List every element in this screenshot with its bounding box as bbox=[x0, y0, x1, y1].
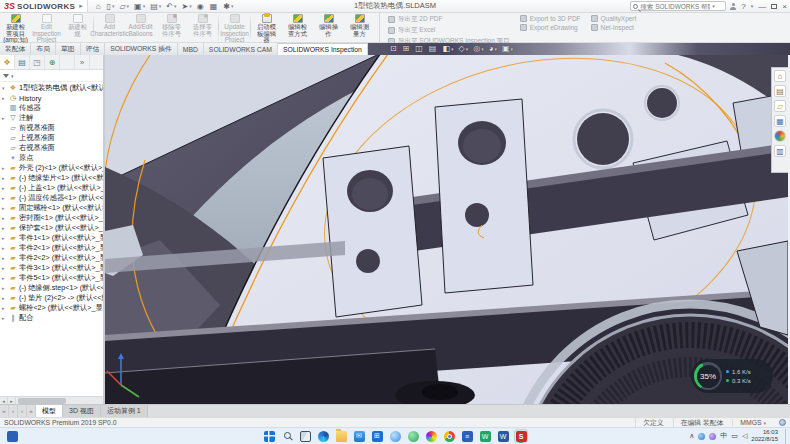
taskbar-app-button[interactable] bbox=[442, 429, 456, 443]
quick-access-button[interactable]: ➤▾ bbox=[179, 1, 193, 12]
tree-node[interactable]: ⌖ 原点 bbox=[0, 153, 103, 163]
commandmanager-tab[interactable]: 草图 bbox=[56, 43, 81, 55]
help-search-box[interactable]: ▾ bbox=[630, 1, 726, 11]
taskbar-app-button[interactable] bbox=[262, 429, 276, 443]
ribbon-button[interactable]: 移除零 件序号 bbox=[156, 13, 187, 42]
document-tab[interactable]: 模型 bbox=[36, 405, 63, 417]
task-pane-icon[interactable]: ▦ bbox=[774, 115, 786, 127]
heads-up-icon[interactable]: ◫ bbox=[415, 44, 424, 54]
featuremanager-tab[interactable]: ⊕ bbox=[45, 55, 60, 69]
task-pane-icon[interactable]: ⌂ bbox=[774, 70, 786, 82]
taskbar-app-button[interactable]: ≡ bbox=[460, 429, 474, 443]
expander-icon[interactable]: ▸ bbox=[2, 305, 7, 311]
help-caret-icon[interactable]: ▾ bbox=[751, 3, 754, 9]
tab-nav-button[interactable]: › bbox=[18, 405, 27, 417]
ribbon-button[interactable]: Edit Inspection Project bbox=[31, 13, 62, 42]
task-pane-icon[interactable]: ▱ bbox=[774, 100, 786, 112]
tree-node[interactable]: ▸ ▰ 零件2<2> (默认<<默认>_显示状态 bbox=[0, 253, 103, 263]
heads-up-icon[interactable]: ◕▾ bbox=[489, 44, 497, 54]
featuremanager-tab[interactable]: ❖ bbox=[0, 55, 15, 69]
tray-blue-icon[interactable] bbox=[698, 433, 705, 440]
help-button[interactable]: ? bbox=[741, 2, 745, 11]
tree-node[interactable]: ▸ ▰ 螺栓<2> (默认<<默认>_显示状态 bbox=[0, 303, 103, 313]
taskbar-app-button[interactable] bbox=[334, 429, 348, 443]
expander-icon[interactable]: ▸ bbox=[2, 315, 7, 321]
task-pane-icon[interactable]: ▥ bbox=[774, 145, 786, 157]
tab-nav-button[interactable]: « bbox=[0, 405, 9, 417]
tab-nav-button[interactable]: ‹ bbox=[9, 405, 18, 417]
document-tab[interactable]: 3D 视图 bbox=[63, 405, 101, 417]
document-tab[interactable]: 运动算例 1 bbox=[101, 405, 148, 417]
close-button[interactable]: × bbox=[782, 2, 787, 11]
taskbar-app-button[interactable] bbox=[406, 429, 420, 443]
heads-up-icon[interactable]: ⊞ bbox=[403, 44, 411, 54]
commandmanager-tab[interactable]: MBD bbox=[178, 43, 204, 55]
status-item[interactable]: MMGS▾ bbox=[732, 419, 773, 426]
expander-icon[interactable]: ▸ bbox=[2, 295, 7, 301]
export-menu-item[interactable]: 导出至 2D PDF bbox=[388, 15, 510, 24]
quick-access-button[interactable]: ✱▾ bbox=[221, 1, 235, 12]
commandmanager-tab[interactable]: SOLIDWORKS Inspection bbox=[278, 43, 368, 55]
expander-icon[interactable]: ▸ bbox=[2, 275, 7, 281]
clock[interactable]: 16:03 2022/8/15 bbox=[751, 429, 778, 443]
search-input[interactable] bbox=[640, 3, 710, 10]
tree-node[interactable]: ▸ ▰ 零件3<1> (默认<<默认>_显示状态 bbox=[0, 263, 103, 273]
quick-access-button[interactable]: ▤▾ bbox=[148, 1, 163, 12]
taskbar-app-button[interactable]: ✉ bbox=[352, 429, 366, 443]
featuremanager-tab[interactable]: ▤ bbox=[15, 55, 30, 69]
taskbar-app-button[interactable] bbox=[316, 429, 330, 443]
ribbon-button[interactable]: Add/Edit Balloons bbox=[125, 13, 156, 42]
tray-purple-icon[interactable] bbox=[709, 433, 716, 440]
tree-node[interactable]: ▱ 前视基准面 bbox=[0, 123, 103, 133]
expander-icon[interactable]: ▸ bbox=[2, 95, 7, 101]
expander-icon[interactable]: ▸ bbox=[2, 115, 7, 121]
show-desktop-button[interactable] bbox=[785, 429, 787, 444]
task-pane-icon[interactable]: ▤ bbox=[774, 85, 786, 97]
tree-node[interactable]: ▸ ∥ 配合 bbox=[0, 313, 103, 323]
tree-node[interactable]: ▸ ▰ 外壳 (2)<1> (默认<<默认>_显示状态 bbox=[0, 163, 103, 173]
tree-node[interactable]: ▱ 上视基准面 bbox=[0, 133, 103, 143]
expander-icon[interactable]: ▸ bbox=[2, 185, 7, 191]
search-caret-icon[interactable]: ▾ bbox=[712, 3, 715, 9]
status-globe-icon[interactable] bbox=[779, 419, 786, 426]
login-icon[interactable] bbox=[730, 3, 736, 9]
export-menu-item[interactable]: Net-Inspect bbox=[591, 24, 637, 31]
3d-model[interactable] bbox=[105, 55, 788, 404]
quick-access-button[interactable]: ▦ bbox=[208, 1, 221, 12]
pinned-doc-icon[interactable] bbox=[5, 429, 19, 443]
tree-node[interactable]: ▸ ▽ 注解 bbox=[0, 113, 103, 123]
taskbar-app-button[interactable] bbox=[298, 429, 312, 443]
heads-up-icon[interactable]: ◎▾ bbox=[473, 44, 484, 54]
taskbar-app-button[interactable] bbox=[388, 429, 402, 443]
expander-icon[interactable]: ▸ bbox=[2, 165, 7, 171]
tree-node[interactable]: ▱ 右视基准面 bbox=[0, 143, 103, 153]
tree-node[interactable]: ▸ ▰ 零件5<1> (默认<<默认>_显示状态 bbox=[0, 273, 103, 283]
heads-up-icon[interactable]: ◧▾ bbox=[442, 44, 453, 54]
commandmanager-tab[interactable]: 布局 bbox=[31, 43, 56, 55]
expander-icon[interactable]: ▸ bbox=[2, 205, 7, 211]
quick-access-button[interactable]: ▣▾ bbox=[132, 1, 147, 12]
expander-icon[interactable]: ▸ bbox=[2, 225, 7, 231]
tree-node[interactable]: ▸ ▰ (-) 上盖<1> (默认<<默认>_显示状态 bbox=[0, 183, 103, 193]
scrollbar-thumb[interactable] bbox=[18, 398, 66, 404]
task-pane-icon[interactable] bbox=[774, 130, 786, 142]
tree-node[interactable]: ▸ ▰ 固定螺栓<1> (默认<<默认>_显示状 bbox=[0, 203, 103, 213]
quick-access-button[interactable]: ↶▾ bbox=[164, 1, 178, 12]
tree-node[interactable]: ▸ ▰ 密封圈<1> (默认<<默认>_显示状态 bbox=[0, 213, 103, 223]
heads-up-icon[interactable]: ▣▾ bbox=[502, 44, 513, 54]
tree-node[interactable]: ▸ ▰ 零件1<1> (默认<<默认>_显示状态< bbox=[0, 233, 103, 243]
ribbon-button[interactable]: 启动模 板编辑 器 bbox=[251, 13, 282, 42]
tree-node[interactable]: ▸ ▰ (-) 绝缘侧.step<1> (默认<<默认>_ bbox=[0, 283, 103, 293]
graphics-viewport[interactable]: ⌂ ▤ ▱ ▦ ▥ 35% 1.6 K/s 0.3 K/s bbox=[105, 55, 788, 404]
taskbar-app-button[interactable] bbox=[424, 429, 438, 443]
assembly-root-node[interactable]: ▾ ❖ 1型铠装热电偶 (默认<默认_显示状态-1 bbox=[0, 83, 103, 93]
menu-expand-icon[interactable]: ▸ bbox=[79, 2, 83, 10]
ribbon-button[interactable]: 编辑操 作 bbox=[313, 13, 344, 42]
net-speed-widget[interactable]: 35% 1.6 K/s 0.3 K/s bbox=[691, 359, 773, 393]
model-terminal-block-1[interactable] bbox=[323, 146, 422, 317]
heads-up-icon[interactable]: ⊡ bbox=[390, 44, 398, 54]
solidworks-logo[interactable]: 3S SOLIDWORKS ▸ bbox=[0, 0, 88, 12]
taskbar-app-button[interactable]: ⊞ bbox=[370, 429, 384, 443]
filter-icon[interactable] bbox=[3, 74, 9, 78]
ribbon-button[interactable]: 新建检 查项目 (amp;知) bbox=[0, 13, 31, 42]
